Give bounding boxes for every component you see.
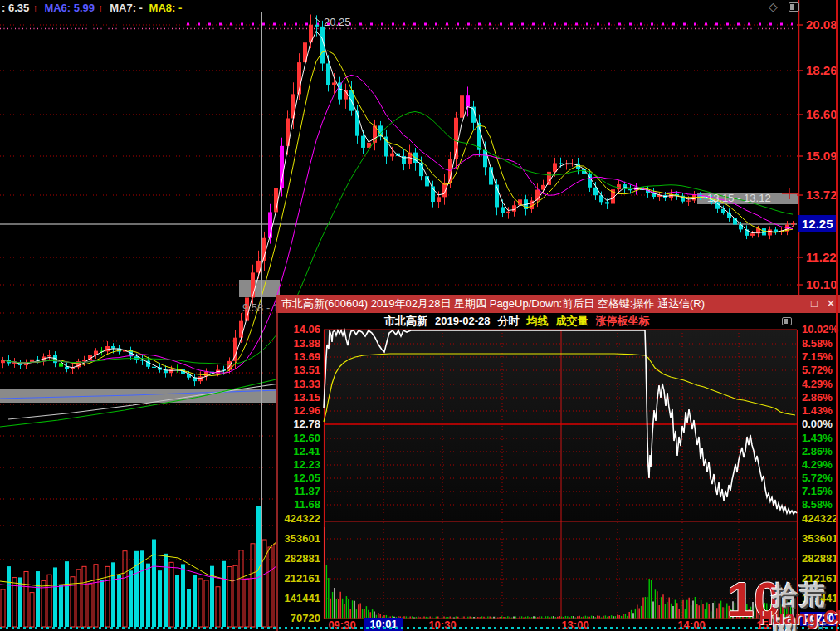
candle-body	[628, 189, 632, 190]
volume-bar-down	[100, 580, 104, 627]
volume-bar-up	[245, 579, 249, 627]
ma7-value: MA7: -	[110, 2, 143, 14]
volume-bar-down	[152, 540, 156, 627]
volume-bar-up	[251, 544, 255, 627]
candle-body	[547, 172, 551, 185]
volume-bar-down	[187, 589, 191, 627]
volume-bar-up	[198, 579, 203, 627]
volume-bar-down	[181, 564, 185, 627]
candle-body	[460, 95, 464, 118]
volume-bar-down	[146, 564, 150, 627]
candle-body	[251, 272, 255, 297]
volume-bar-up	[262, 540, 266, 627]
volume-bar-down	[59, 585, 63, 627]
mode-item[interactable]: 2019-02-28	[435, 315, 491, 327]
tdx-terminal: 20.2513.15 - 13.129.58 - 120.0818.2616.6…	[0, 0, 840, 631]
price-axis-label: 20.08	[806, 17, 838, 32]
peak-price-label: 20.25	[324, 16, 351, 28]
popup-mode-bar: 市北高新2019-02-28分时均线成交量涨停板坐标	[276, 313, 840, 330]
price-axis-label: 13.72	[806, 188, 838, 202]
popup-titlebar[interactable]: 市北高新(600604) 2019年02月28日 星期四 PageUp/Down…	[276, 295, 840, 313]
watermark-latin-text: Huang.CN	[759, 607, 840, 629]
volume-bar-up	[239, 550, 243, 627]
candle-body	[425, 176, 429, 186]
volume-bar-up	[105, 566, 110, 627]
candle-body	[506, 212, 510, 213]
price-highlight-label: 12.25	[802, 217, 833, 231]
mode-item[interactable]: 市北高新	[384, 315, 427, 327]
up-arrow-icon: ↑	[32, 2, 38, 14]
volume-bar-up	[12, 578, 17, 627]
volume-bar-down	[193, 575, 197, 627]
candle-body	[361, 136, 365, 148]
maximize-button[interactable]: □	[807, 295, 822, 313]
volume-bar-down	[36, 571, 40, 627]
candle-body	[315, 25, 319, 27]
volume-bar-up	[82, 566, 86, 627]
candle-body	[686, 201, 691, 202]
volume-bar-up	[47, 575, 51, 627]
candle-body	[605, 202, 609, 203]
volume-bar-up	[204, 580, 208, 627]
mode-item[interactable]: 涨停板坐标	[596, 315, 650, 327]
volume-bar-down	[18, 577, 22, 627]
window-right-border	[836, 0, 838, 631]
ma-indicator-bar: : 6.35↑ MA6: 5.99↑ MA7: - MA8: -	[2, 2, 185, 14]
gap-price-range-label: 9.58 - 1	[242, 301, 279, 314]
mode-item[interactable]: 均线	[527, 315, 549, 327]
up-arrow-icon: ↑	[98, 2, 104, 14]
volume-bar-up	[88, 584, 92, 627]
volume-bar-up	[71, 577, 75, 627]
ma8-value: MA8: -	[149, 2, 183, 14]
price-axis-label: 16.60	[806, 107, 838, 121]
candle-body	[501, 207, 505, 213]
candle-body	[390, 154, 394, 157]
volume-bar-down	[175, 575, 179, 627]
volume-bar-down	[134, 551, 139, 627]
volume-bar-down	[222, 561, 226, 627]
volume-bar-down	[7, 566, 11, 627]
candle-body	[326, 63, 330, 85]
candle-body	[559, 163, 563, 164]
gap-band	[239, 280, 280, 297]
volume-bar-up	[94, 565, 98, 627]
mode-item[interactable]: 分时	[498, 315, 520, 327]
volume-bar-up	[216, 587, 220, 627]
main-volume-bars	[0, 506, 281, 627]
panel-toggle-icon[interactable]	[782, 317, 792, 325]
volume-bar-up	[24, 571, 28, 627]
candle-body	[152, 367, 156, 368]
split-pane-icon[interactable]	[789, 2, 799, 12]
candle-body	[198, 376, 203, 381]
gap-price-range-label: 13.15 - 13.12	[707, 192, 771, 204]
bottom-scroll-dots[interactable]	[0, 627, 840, 629]
volume-bar-down	[164, 554, 168, 627]
candle-body	[437, 197, 441, 202]
volume-bar-down	[129, 570, 133, 627]
candle-body	[466, 95, 470, 106]
volume-bar-down	[53, 567, 57, 627]
price-axis-label: 11.22	[806, 250, 837, 264]
price-axis-label: 10.10	[806, 277, 838, 291]
candle-body	[47, 355, 51, 357]
window-mini-toolbar: ◇	[769, 0, 815, 13]
volume-bar-down	[65, 561, 69, 627]
diamond-icon[interactable]: ◇	[769, 0, 778, 13]
shihuang-watermark: 10 拾荒网 Huang.CN	[727, 580, 840, 631]
volume-bar-up	[30, 593, 34, 627]
candle-body	[239, 321, 243, 338]
volume-bar-up	[268, 547, 272, 627]
volume-bar-up	[233, 565, 237, 627]
volume-bar-down	[117, 575, 121, 627]
candle-body	[617, 184, 621, 189]
mode-item[interactable]: 成交量	[556, 315, 588, 327]
candle-body	[750, 233, 755, 236]
price-axis-label: 18.26	[806, 63, 838, 77]
volume-bar-down	[111, 562, 115, 627]
volume-bar-down	[158, 570, 162, 627]
price-axis-label: 15.09	[806, 149, 838, 163]
candle-body	[332, 82, 336, 85]
ma6-value: MA6: 5.99	[44, 2, 95, 14]
popup-mode-items: 市北高新2019-02-28分时均线成交量涨停板坐标	[384, 313, 657, 330]
popup-title-text: 市北高新(600604) 2019年02月28日 星期四 PageUp/Down…	[281, 297, 705, 310]
